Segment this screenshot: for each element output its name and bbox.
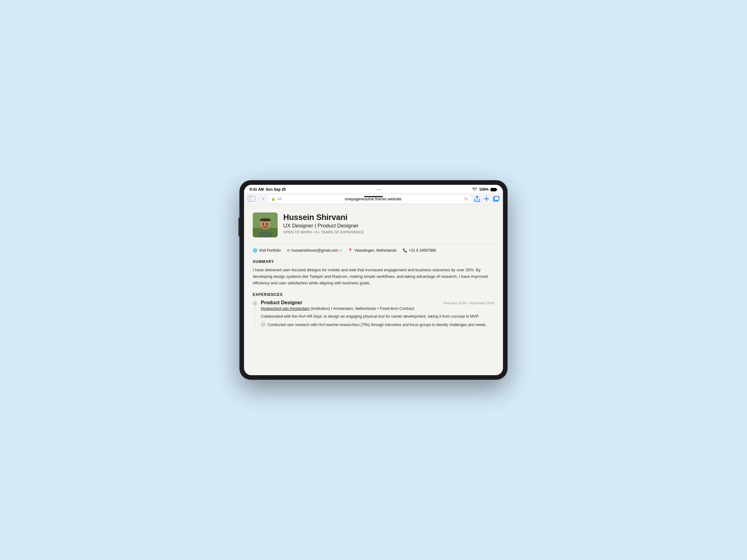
profile-info: Hussein Shirvani UX Designer | Product D… — [283, 212, 494, 234]
exp-location: Amsterdam, Netherlands — [333, 306, 376, 311]
exp-header: Product Designer February 2024 - Septemb… — [261, 300, 494, 305]
status-left: 9:41 AM Sun Sep 25 — [250, 187, 286, 192]
exp-date: February 2024 - September 2024 — [443, 301, 494, 305]
sidebar-toggle-button[interactable] — [248, 196, 255, 202]
tablet-screen: 9:41 AM Sun Sep 25 100% — [244, 185, 503, 375]
tablet-frame: 9:41 AM Sun Sep 25 100% — [240, 181, 507, 379]
location-icon: 📍 — [348, 248, 353, 252]
time: 9:41 AM — [250, 187, 264, 192]
add-tab-button[interactable] — [484, 196, 489, 202]
contact-phone: 📞 +31 6 34567890 — [403, 248, 436, 252]
exp-description: Collaborated with the HvA HR Dept. to de… — [261, 313, 494, 320]
exp-dot-container — [253, 300, 257, 328]
location-text: Vlaardingen, Netherlands — [354, 248, 396, 252]
summary-title: SUMMARY — [253, 260, 494, 264]
company-link[interactable]: Hogeschool van Amsterdam — [261, 306, 309, 311]
svg-rect-12 — [261, 218, 269, 221]
copy-icon[interactable]: ⧉ — [340, 248, 342, 252]
dot3 — [380, 189, 381, 190]
browser-actions — [474, 196, 499, 202]
avatar — [253, 212, 278, 237]
summary-section: SUMMARY I have delivered user-focused de… — [253, 260, 494, 286]
svg-point-15 — [261, 323, 265, 326]
contact-location: 📍 Vlaardingen, Netherlands — [348, 248, 396, 252]
svg-point-13 — [262, 223, 264, 225]
page-content[interactable]: Hussein Shirvani UX Designer | Product D… — [244, 205, 503, 375]
contact-portfolio[interactable]: 🌐 Visit Portfolio — [253, 248, 281, 252]
exp-bullet-0: Conducted user research with HvA teacher… — [261, 322, 494, 328]
svg-point-14 — [266, 223, 268, 225]
exp-contract: Fixed-term Contract — [380, 306, 414, 311]
dot2 — [379, 189, 380, 190]
status-bar: 9:41 AM Sun Sep 25 100% — [244, 185, 503, 193]
svg-rect-0 — [491, 188, 496, 191]
battery-icon — [491, 188, 497, 191]
browser-controls: ‹ › — [248, 196, 265, 202]
email-text: husseinshirvani@gmail.com — [292, 248, 338, 252]
battery-percent: 100% — [479, 187, 489, 192]
url-text: onepageresume.framer.website — [284, 196, 463, 201]
phone-icon: 📞 — [403, 248, 407, 252]
profile-name: Hussein Shirvani — [283, 212, 494, 222]
bullet-text-0: Conducted user research with HvA teacher… — [268, 322, 487, 328]
portfolio-link[interactable]: Visit Portfolio — [259, 248, 281, 252]
exp-company: Hogeschool van Amsterdam (Institution) •… — [261, 306, 494, 311]
exp-content: Product Designer February 2024 - Septemb… — [261, 300, 494, 328]
share-button[interactable] — [474, 196, 480, 202]
lock-icon: 🔒 — [271, 197, 276, 201]
aa-label: AA — [277, 197, 282, 201]
refresh-button[interactable]: ↻ — [464, 196, 468, 201]
dots-menu — [377, 189, 381, 190]
email-icon: ✉ — [287, 248, 290, 252]
status-right: 100% — [472, 187, 497, 192]
profile-section: Hussein Shirvani UX Designer | Product D… — [253, 212, 494, 237]
address-bar[interactable]: 🔒 AA onepageresume.framer.website ↻ — [268, 195, 471, 203]
sidebar-left-panel — [248, 196, 250, 201]
exp-job-title: Product Designer — [261, 300, 302, 305]
phone-text: +31 6 34567890 — [409, 248, 436, 252]
browser-bar: ‹ › 🔒 AA onepageresume.framer.website ↻ — [244, 193, 503, 205]
profile-status: OPEN TO WORK • 5+ YEARS OF EXPERIENCE — [283, 230, 494, 234]
profile-title: UX Designer | Product Designer — [283, 223, 494, 229]
svg-rect-1 — [497, 189, 497, 190]
exp-line — [255, 306, 255, 328]
wifi-icon — [472, 188, 477, 191]
contact-email[interactable]: ✉ husseinshirvani@gmail.com ⧉ — [287, 248, 342, 252]
company-type: (Institution) — [311, 306, 330, 311]
date: Sun Sep 25 — [266, 187, 286, 192]
bullet-check-icon — [261, 322, 265, 328]
contact-row: 🌐 Visit Portfolio ✉ husseinshirvani@gmai… — [253, 244, 494, 252]
globe-icon: 🌐 — [253, 248, 257, 252]
svg-rect-5 — [494, 196, 499, 201]
forward-button[interactable]: › — [262, 196, 264, 202]
dot1 — [377, 189, 378, 190]
experiences-title: EXPERIENCES — [253, 292, 494, 297]
experience-item-0: Product Designer February 2024 - Septemb… — [253, 300, 494, 328]
summary-text: I have delivered user-focused designs fo… — [253, 267, 494, 286]
exp-dot — [253, 301, 257, 305]
tabs-button[interactable] — [493, 196, 499, 202]
experiences-section: EXPERIENCES Product Designer February 20… — [253, 292, 494, 328]
back-button[interactable]: ‹ — [257, 196, 260, 202]
